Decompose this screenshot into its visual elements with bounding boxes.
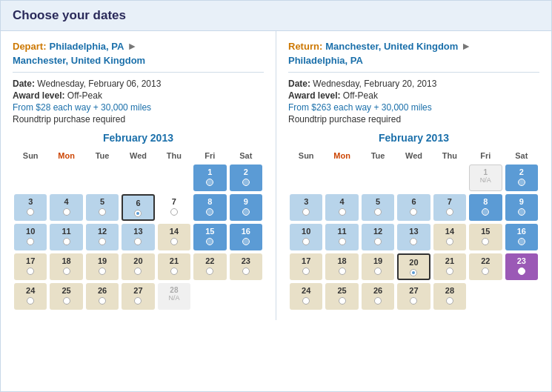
day-empty bbox=[84, 163, 120, 193]
day-25-d[interactable]: 25 bbox=[48, 282, 84, 311]
day-17-r[interactable]: 17 bbox=[288, 252, 324, 282]
return-to-city: Philadelphia, PA bbox=[288, 55, 363, 66]
table-row: 17 18 19 bbox=[288, 252, 539, 282]
table-row: 3 4 5 bbox=[288, 193, 539, 222]
return-award-line: Award level: Off-Peak bbox=[288, 90, 539, 101]
day-28-r[interactable]: 28 bbox=[432, 282, 468, 311]
day-13-r[interactable]: 13 bbox=[396, 222, 431, 252]
depart-info: Date: Wednesday, February 06, 2013 Award… bbox=[13, 72, 264, 124]
return-calendar-grid: Sun Mon Tue Wed Thu Fri Sat bbox=[288, 148, 539, 311]
depart-label: Depart: bbox=[13, 41, 47, 52]
day-4-d[interactable]: 4 bbox=[48, 193, 84, 222]
day-2-d[interactable]: 2 bbox=[228, 163, 264, 193]
day-18-d[interactable]: 18 bbox=[48, 252, 84, 282]
day-8-r[interactable]: 8 bbox=[468, 193, 503, 222]
day-3-r[interactable]: 3 bbox=[288, 193, 324, 222]
day-22-d[interactable]: 22 bbox=[192, 252, 227, 282]
day-19-r[interactable]: 19 bbox=[360, 252, 396, 282]
day-12-d[interactable]: 12 bbox=[84, 222, 120, 252]
day-10-r[interactable]: 10 bbox=[288, 222, 324, 252]
day-26-r[interactable]: 26 bbox=[360, 282, 396, 311]
depart-from-city: Philadelphia, PA bbox=[50, 41, 124, 52]
return-label: Return: bbox=[288, 41, 322, 52]
depart-arrow-icon: ► bbox=[127, 40, 137, 52]
day-7-r[interactable]: 7 bbox=[432, 193, 468, 222]
day-13-d[interactable]: 13 bbox=[120, 222, 156, 252]
day-15-r[interactable]: 15 bbox=[468, 222, 503, 252]
day-6-r[interactable]: 6 bbox=[396, 193, 431, 222]
day-24-r[interactable]: 24 bbox=[288, 282, 324, 311]
day-9-r[interactable]: 9 bbox=[504, 193, 539, 222]
day-24-d[interactable]: 24 bbox=[13, 282, 48, 311]
return-arrow-icon: ► bbox=[461, 40, 471, 52]
col-thu-r: Thu bbox=[432, 148, 468, 163]
col-wed-r: Wed bbox=[396, 148, 431, 163]
day-15-d[interactable]: 15 bbox=[192, 222, 227, 252]
depart-price-line: From $28 each way + 30,000 miles bbox=[13, 102, 264, 113]
day-2-r[interactable]: 2 bbox=[504, 163, 539, 193]
calendars-row: Depart: Philadelphia, PA ► Manchester, U… bbox=[1, 31, 551, 320]
day-14-d[interactable]: 14 bbox=[156, 222, 192, 252]
day-26-d[interactable]: 26 bbox=[84, 282, 120, 311]
day-19-d[interactable]: 19 bbox=[84, 252, 120, 282]
depart-cal-title: February 2013 bbox=[13, 132, 264, 144]
day-empty bbox=[432, 163, 468, 193]
day-6-d-selected[interactable]: 6 bbox=[120, 193, 156, 222]
day-empty bbox=[288, 163, 324, 193]
header: Choose your dates bbox=[1, 1, 551, 31]
day-empty bbox=[360, 163, 396, 193]
day-18-r[interactable]: 18 bbox=[324, 252, 359, 282]
main-container: Choose your dates Depart: Philadelphia, … bbox=[0, 0, 552, 392]
day-14-r[interactable]: 14 bbox=[432, 222, 468, 252]
day-1-r-na: 1 N/A bbox=[468, 163, 503, 193]
table-row: 3 4 5 bbox=[13, 193, 264, 222]
depart-roundtrip-line: Roundtrip purchase required bbox=[13, 114, 264, 124]
depart-panel: Depart: Philadelphia, PA ► Manchester, U… bbox=[1, 31, 276, 320]
col-wed-d: Wed bbox=[120, 148, 156, 163]
return-panel: Return: Manchester, United Kingdom ► Phi… bbox=[276, 31, 551, 320]
day-17-d[interactable]: 17 bbox=[13, 252, 48, 282]
day-5-r[interactable]: 5 bbox=[360, 193, 396, 222]
day-11-d[interactable]: 11 bbox=[48, 222, 84, 252]
day-27-r[interactable]: 27 bbox=[396, 282, 431, 311]
day-16-d[interactable]: 16 bbox=[228, 222, 264, 252]
table-row: 24 25 26 bbox=[288, 282, 539, 311]
day-16-r[interactable]: 16 bbox=[504, 222, 539, 252]
day-10-d[interactable]: 10 bbox=[13, 222, 48, 252]
day-21-r[interactable]: 21 bbox=[432, 252, 468, 282]
day-3-d[interactable]: 3 bbox=[13, 193, 48, 222]
day-27-d[interactable]: 27 bbox=[120, 282, 156, 311]
day-25-r[interactable]: 25 bbox=[324, 282, 359, 311]
day-8-d[interactable]: 8 bbox=[192, 193, 227, 222]
day-20-r-selected[interactable]: 20 bbox=[396, 252, 431, 282]
col-sun-r: Sun bbox=[288, 148, 324, 163]
table-row: 10 11 12 bbox=[13, 222, 264, 252]
day-empty bbox=[120, 163, 156, 193]
table-row: 10 11 12 bbox=[288, 222, 539, 252]
depart-route-line: Depart: Philadelphia, PA ► Manchester, U… bbox=[13, 40, 264, 66]
day-4-r[interactable]: 4 bbox=[324, 193, 359, 222]
day-28-d-na: 28 N/A bbox=[156, 282, 192, 311]
col-fri-d: Fri bbox=[192, 148, 227, 163]
day-11-r[interactable]: 11 bbox=[324, 222, 359, 252]
col-tue-d: Tue bbox=[84, 148, 120, 163]
day-20-d[interactable]: 20 bbox=[120, 252, 156, 282]
day-22-r[interactable]: 22 bbox=[468, 252, 503, 282]
table-row: 17 18 19 bbox=[13, 252, 264, 282]
day-21-d[interactable]: 21 bbox=[156, 252, 192, 282]
return-from-city: Manchester, United Kingdom bbox=[325, 41, 458, 52]
return-roundtrip-line: Roundtrip purchase required bbox=[288, 114, 539, 124]
day-23-r-purple[interactable]: 23 bbox=[504, 252, 539, 282]
day-9-d[interactable]: 9 bbox=[228, 193, 264, 222]
day-empty bbox=[48, 163, 84, 193]
table-row: 1 2 bbox=[13, 163, 264, 193]
day-12-r[interactable]: 12 bbox=[360, 222, 396, 252]
day-23-d[interactable]: 23 bbox=[228, 252, 264, 282]
day-7-d[interactable]: 7 bbox=[156, 193, 192, 222]
col-sat-r: Sat bbox=[504, 148, 539, 163]
day-empty bbox=[228, 282, 264, 311]
table-row: 24 25 26 bbox=[13, 282, 264, 311]
day-1-d[interactable]: 1 bbox=[192, 163, 227, 193]
day-5-d[interactable]: 5 bbox=[84, 193, 120, 222]
col-sun-d: Sun bbox=[13, 148, 48, 163]
